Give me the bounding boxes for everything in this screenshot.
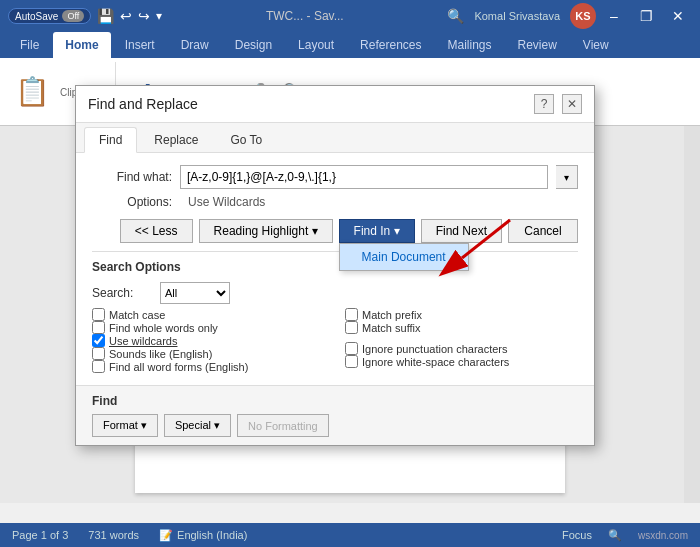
use-wildcards-checkbox-item: Use wildcards: [92, 334, 325, 347]
sounds-like-checkbox-item: Sounds like (English): [92, 347, 325, 360]
dialog-controls: ? ✕: [534, 94, 582, 114]
find-bottom-buttons: Format ▾ Special ▾ No Formatting: [92, 414, 578, 437]
right-checkboxes: Match prefix Match suffix Ignore punctua…: [345, 308, 578, 373]
find-section-title: Find: [92, 394, 578, 408]
find-what-input[interactable]: [180, 165, 548, 189]
sounds-like-label: Sounds like (English): [109, 348, 212, 360]
find-all-forms-label: Find all word forms (English): [109, 361, 248, 373]
dialog-tab-replace[interactable]: Replace: [139, 127, 213, 152]
main-document-option[interactable]: Main Document: [340, 244, 468, 270]
search-options-title: Search Options: [92, 260, 578, 274]
search-select[interactable]: All Up Down: [160, 282, 230, 304]
find-what-label: Find what:: [92, 170, 172, 184]
find-next-button[interactable]: Find Next: [421, 219, 502, 243]
find-whole-words-checkbox-item: Find whole words only: [92, 321, 325, 334]
dialog-title-bar: Find and Replace ? ✕: [76, 86, 594, 123]
dialog-buttons-row: << Less Reading Highlight ▾ Find In ▾ Ma…: [92, 219, 578, 243]
dialog-tabs: Find Replace Go To: [76, 123, 594, 153]
dialog-title: Find and Replace: [88, 96, 198, 112]
ignore-punctuation-checkbox[interactable]: [345, 342, 358, 355]
match-case-checkbox-item: Match case: [92, 308, 325, 321]
less-less-button[interactable]: << Less: [120, 219, 193, 243]
options-value: Use Wildcards: [188, 195, 265, 209]
search-label: Search:: [92, 286, 152, 300]
match-suffix-checkbox-item: Match suffix: [345, 321, 578, 334]
dialog-tab-goto[interactable]: Go To: [215, 127, 277, 152]
find-in-button[interactable]: Find In ▾: [339, 219, 415, 243]
dialog-overlay: Find and Replace ? ✕ Find Replace Go To …: [0, 0, 700, 547]
find-replace-dialog: Find and Replace ? ✕ Find Replace Go To …: [75, 85, 595, 446]
dialog-help-button[interactable]: ?: [534, 94, 554, 114]
find-what-row: Find what: ▾: [92, 165, 578, 189]
options-row: Options: Use Wildcards: [92, 195, 578, 209]
use-wildcards-label: Use wildcards: [109, 335, 177, 347]
checkbox-area: Match case Find whole words only Use wil…: [92, 308, 578, 373]
find-what-dropdown-button[interactable]: ▾: [556, 165, 578, 189]
search-options-section: Search Options Search: All Up Down Match…: [92, 251, 578, 373]
ignore-whitespace-checkbox-item: Ignore white-space characters: [345, 355, 578, 368]
match-prefix-checkbox[interactable]: [345, 308, 358, 321]
match-case-checkbox[interactable]: [92, 308, 105, 321]
dialog-body: Find what: ▾ Options: Use Wildcards << L…: [76, 153, 594, 385]
find-all-forms-checkbox-item: Find all word forms (English): [92, 360, 325, 373]
cancel-button[interactable]: Cancel: [508, 219, 578, 243]
use-wildcards-checkbox[interactable]: [92, 334, 105, 347]
dialog-tab-find[interactable]: Find: [84, 127, 137, 153]
dialog-close-button[interactable]: ✕: [562, 94, 582, 114]
search-type-row: Search: All Up Down: [92, 282, 578, 304]
find-bottom-section: Find Format ▾ Special ▾ No Formatting: [76, 385, 594, 445]
find-whole-words-label: Find whole words only: [109, 322, 218, 334]
sounds-like-checkbox[interactable]: [92, 347, 105, 360]
match-prefix-checkbox-item: Match prefix: [345, 308, 578, 321]
ignore-whitespace-checkbox[interactable]: [345, 355, 358, 368]
ignore-punctuation-checkbox-item: Ignore punctuation characters: [345, 342, 578, 355]
no-formatting-button[interactable]: No Formatting: [237, 414, 329, 437]
find-in-dropdown: Main Document: [339, 243, 469, 271]
find-in-container: Find In ▾ Main Document: [339, 219, 415, 243]
ignore-punctuation-label: Ignore punctuation characters: [362, 343, 508, 355]
ignore-whitespace-label: Ignore white-space characters: [362, 356, 509, 368]
reading-highlight-button[interactable]: Reading Highlight ▾: [199, 219, 333, 243]
options-label: Options:: [92, 195, 172, 209]
left-checkboxes: Match case Find whole words only Use wil…: [92, 308, 325, 373]
match-suffix-label: Match suffix: [362, 322, 421, 334]
special-button[interactable]: Special ▾: [164, 414, 231, 437]
find-all-forms-checkbox[interactable]: [92, 360, 105, 373]
match-case-label: Match case: [109, 309, 165, 321]
format-button-bottom[interactable]: Format ▾: [92, 414, 158, 437]
find-whole-words-checkbox[interactable]: [92, 321, 105, 334]
match-suffix-checkbox[interactable]: [345, 321, 358, 334]
match-prefix-label: Match prefix: [362, 309, 422, 321]
